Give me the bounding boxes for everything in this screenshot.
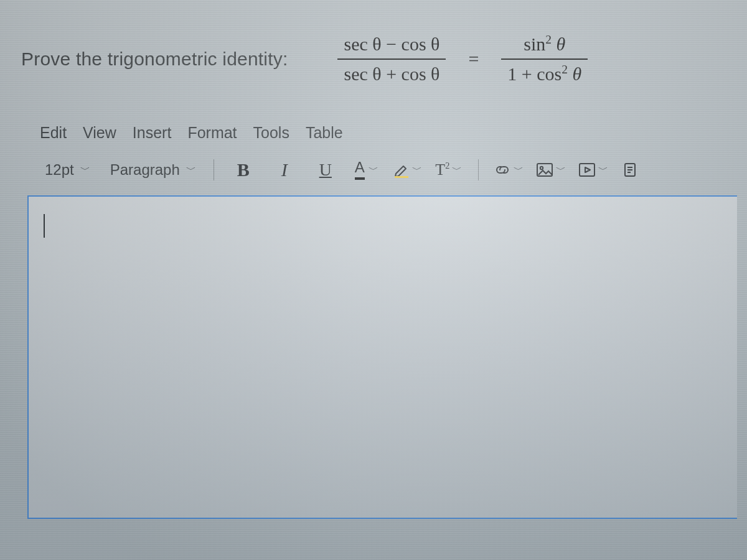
text-color-icon: A xyxy=(355,160,365,180)
editor-menubar: Edit View Insert Format Tools Table xyxy=(27,113,737,151)
svg-rect-3 xyxy=(580,164,594,176)
image-icon xyxy=(536,162,553,177)
question-prompt-row: Prove the trigonometric identity: sec θ … xyxy=(9,11,743,113)
question-prompt: Prove the trigonometric identity: xyxy=(21,49,288,70)
chevron-down-icon: ﹀ xyxy=(514,164,524,177)
insert-link-button[interactable]: ﹀ xyxy=(490,156,527,184)
underline-icon: U xyxy=(319,160,332,180)
svg-rect-0 xyxy=(395,176,408,178)
chevron-down-icon: ﹀ xyxy=(369,164,378,177)
highlight-icon xyxy=(393,161,410,179)
toolbar-divider xyxy=(214,159,214,180)
equation: sec θ − cos θ sec θ + cos θ = sin2 θ 1 +… xyxy=(337,30,588,88)
bold-icon: B xyxy=(237,159,250,180)
equation-right-denominator: 1 + cos2 θ xyxy=(501,60,588,88)
equation-left-numerator: sec θ − cos θ xyxy=(337,30,446,58)
chevron-down-icon: ﹀ xyxy=(556,164,566,177)
bold-button[interactable]: B xyxy=(225,156,261,184)
menu-table[interactable]: Table xyxy=(306,124,343,142)
text-cursor xyxy=(44,214,45,238)
chevron-down-icon: ﹀ xyxy=(598,164,608,177)
equation-right-fraction: sin2 θ 1 + cos2 θ xyxy=(501,30,588,88)
insert-media-button[interactable]: ﹀ xyxy=(575,156,612,184)
chevron-down-icon: ﹀ xyxy=(186,164,196,177)
underline-button[interactable]: U xyxy=(308,156,344,184)
menu-tools[interactable]: Tools xyxy=(253,124,289,142)
insert-document-button[interactable] xyxy=(617,156,643,184)
equation-left-fraction: sec θ − cos θ sec θ + cos θ xyxy=(337,30,446,88)
toolbar-divider xyxy=(478,159,479,180)
chevron-down-icon: ﹀ xyxy=(412,164,422,177)
document-icon xyxy=(624,162,636,177)
svg-point-2 xyxy=(540,167,543,169)
menu-edit[interactable]: Edit xyxy=(40,124,67,142)
font-size-value: 12pt xyxy=(45,161,74,179)
menu-format[interactable]: Format xyxy=(187,124,237,142)
media-icon xyxy=(578,162,596,177)
editor-toolbar: 12pt ﹀ Paragraph ﹀ B I U A ﹀ xyxy=(27,151,737,195)
chevron-down-icon: ﹀ xyxy=(452,164,462,177)
italic-icon: I xyxy=(281,159,288,180)
link-icon xyxy=(494,162,511,177)
equation-right-numerator: sin2 θ xyxy=(517,30,571,58)
superscript-button[interactable]: T2 ﹀ xyxy=(431,156,467,184)
menu-view[interactable]: View xyxy=(83,124,116,142)
text-color-button[interactable]: A ﹀ xyxy=(349,156,385,184)
rich-text-editor: Edit View Insert Format Tools Table 12pt… xyxy=(27,113,737,519)
editor-content[interactable] xyxy=(27,195,737,519)
equation-left-denominator: sec θ + cos θ xyxy=(337,60,446,88)
highlight-color-button[interactable]: ﹀ xyxy=(390,156,426,184)
equals-sign: = xyxy=(466,49,481,70)
block-format-select[interactable]: Paragraph ﹀ xyxy=(101,156,202,184)
italic-button[interactable]: I xyxy=(266,156,303,184)
font-size-select[interactable]: 12pt ﹀ xyxy=(36,156,96,184)
chevron-down-icon: ﹀ xyxy=(80,164,90,177)
block-format-value: Paragraph xyxy=(110,161,180,179)
insert-image-button[interactable]: ﹀ xyxy=(532,156,570,184)
menu-insert[interactable]: Insert xyxy=(133,124,172,142)
superscript-icon: T2 xyxy=(435,161,449,179)
